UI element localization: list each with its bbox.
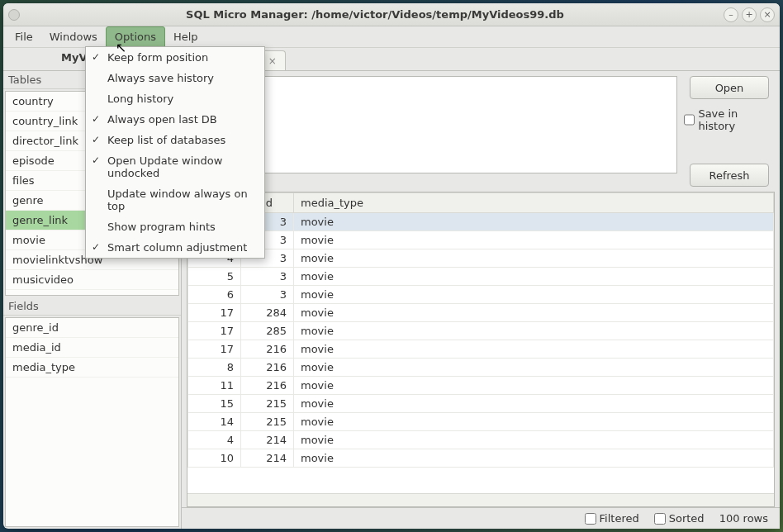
cell-media-id[interactable]: 214 bbox=[241, 431, 294, 449]
cell-media-id[interactable]: 3 bbox=[241, 268, 294, 286]
menu-help[interactable]: Help bbox=[165, 26, 206, 47]
option-always-open-last-db[interactable]: ✓Always open last DB bbox=[86, 109, 264, 130]
cell-genre-id[interactable]: 11 bbox=[188, 377, 241, 395]
option-label: Show program hints bbox=[107, 221, 216, 233]
option-label: Update window always on top bbox=[107, 188, 248, 212]
option-always-save-history[interactable]: Always save history bbox=[86, 68, 264, 88]
option-update-window-always-on-top[interactable]: Update window always on top bbox=[86, 183, 264, 216]
table-row[interactable]: 8216movie bbox=[188, 359, 774, 377]
minimize-button[interactable]: – bbox=[724, 7, 738, 22]
cell-media-type[interactable]: movie bbox=[294, 359, 774, 377]
filtered-input[interactable] bbox=[585, 513, 596, 525]
option-long-history[interactable]: Long history bbox=[86, 88, 264, 109]
table-row[interactable]: 15215movie bbox=[188, 395, 774, 413]
cell-media-type[interactable]: movie bbox=[294, 340, 774, 359]
option-show-program-hints[interactable]: Show program hints bbox=[86, 216, 264, 237]
field-item-media-id[interactable]: media_id bbox=[6, 338, 178, 358]
field-item-genre-id[interactable]: genre_id bbox=[6, 318, 178, 338]
check-icon: ✓ bbox=[92, 154, 100, 166]
cell-media-type[interactable]: movie bbox=[294, 304, 774, 322]
cell-media-id[interactable]: 216 bbox=[241, 340, 294, 359]
window-title: SQL Micro Manager: /home/victor/Videos/t… bbox=[26, 8, 724, 21]
menu-windows[interactable]: Windows bbox=[41, 26, 106, 47]
cell-media-type[interactable]: movie bbox=[294, 231, 774, 249]
fields-list[interactable]: genre_idmedia_idmedia_type bbox=[5, 317, 179, 527]
cell-media-id[interactable]: 216 bbox=[241, 359, 294, 377]
option-smart-column-adjustment[interactable]: ✓Smart column adjustment bbox=[86, 237, 264, 258]
close-button[interactable]: × bbox=[760, 7, 775, 22]
option-keep-list-of-databases[interactable]: ✓Keep list of databases bbox=[86, 130, 264, 150]
table-row[interactable]: 33movie bbox=[188, 231, 774, 249]
cell-media-id[interactable]: 214 bbox=[241, 449, 294, 468]
table-row[interactable]: 14215movie bbox=[188, 413, 774, 431]
row-count: 100 rows bbox=[719, 512, 768, 525]
cell-media-type[interactable]: movie bbox=[294, 413, 774, 431]
table-row[interactable]: 3movie bbox=[188, 213, 774, 231]
table-row[interactable]: 17216movie bbox=[188, 340, 774, 359]
refresh-button[interactable]: Refresh bbox=[690, 164, 769, 187]
statusbar: Filtered Sorted 100 rows bbox=[182, 507, 780, 529]
cell-genre-id[interactable]: 14 bbox=[188, 413, 241, 431]
menu-options[interactable]: Options bbox=[106, 26, 165, 47]
cell-media-type[interactable]: movie bbox=[294, 449, 774, 468]
cell-media-type[interactable]: movie bbox=[294, 268, 774, 286]
cell-genre-id[interactable]: 10 bbox=[188, 449, 241, 468]
sorted-checkbox[interactable]: Sorted bbox=[654, 512, 705, 525]
cell-media-id[interactable]: 215 bbox=[241, 413, 294, 431]
cell-media-type[interactable]: movie bbox=[294, 286, 774, 304]
horizontal-scrollbar[interactable] bbox=[187, 493, 774, 506]
cell-media-id[interactable]: 216 bbox=[241, 377, 294, 395]
col-media-type[interactable]: media_type bbox=[294, 193, 774, 213]
cell-genre-id[interactable]: 17 bbox=[188, 304, 241, 322]
table-row[interactable]: 43movie bbox=[188, 249, 774, 268]
maximize-button[interactable]: + bbox=[742, 7, 757, 22]
save-history-checkbox[interactable]: Save in history bbox=[684, 107, 775, 132]
cell-media-type[interactable]: movie bbox=[294, 377, 774, 395]
table-row[interactable]: 10214movie bbox=[188, 449, 774, 468]
cell-media-id[interactable]: 285 bbox=[241, 322, 294, 340]
options-dropdown: ✓Keep form positionAlways save historyLo… bbox=[85, 46, 265, 259]
option-label: Always save history bbox=[107, 72, 214, 84]
results-grid-wrap: ia_id media_type 3movie33movie43movie53m… bbox=[187, 192, 775, 507]
window-menu-dot[interactable] bbox=[8, 9, 20, 21]
option-label: Long history bbox=[107, 93, 173, 105]
open-button[interactable]: Open bbox=[690, 76, 769, 99]
save-history-input[interactable] bbox=[684, 114, 695, 126]
side-buttons: Open Save in history Refresh bbox=[684, 76, 775, 187]
cell-genre-id[interactable]: 17 bbox=[188, 322, 241, 340]
cell-media-type[interactable]: movie bbox=[294, 213, 774, 231]
results-grid[interactable]: ia_id media_type 3movie33movie43movie53m… bbox=[187, 192, 774, 493]
table-row[interactable]: 4214movie bbox=[188, 431, 774, 449]
cell-media-type[interactable]: movie bbox=[294, 395, 774, 413]
option-label: Keep list of databases bbox=[107, 134, 225, 146]
option-label: Open Update window undocked bbox=[107, 154, 222, 179]
tab-close-icon[interactable]: × bbox=[268, 55, 277, 67]
cell-genre-id[interactable]: 4 bbox=[188, 431, 241, 449]
check-icon: ✓ bbox=[92, 113, 100, 125]
sorted-input[interactable] bbox=[654, 513, 666, 525]
field-item-media-type[interactable]: media_type bbox=[6, 358, 178, 378]
cell-media-type[interactable]: movie bbox=[294, 249, 774, 268]
table-row[interactable]: 17285movie bbox=[188, 322, 774, 340]
cell-media-type[interactable]: movie bbox=[294, 431, 774, 449]
option-keep-form-position[interactable]: ✓Keep form position bbox=[86, 47, 264, 68]
table-item-musicvideo[interactable]: musicvideo bbox=[6, 270, 178, 290]
table-row[interactable]: 11216movie bbox=[188, 377, 774, 395]
menu-file[interactable]: File bbox=[7, 26, 41, 47]
cell-media-id[interactable]: 3 bbox=[241, 286, 294, 304]
cell-genre-id[interactable]: 15 bbox=[188, 395, 241, 413]
option-open-update-window-undocked[interactable]: ✓Open Update window undocked bbox=[86, 150, 264, 183]
option-label: Always open last DB bbox=[107, 113, 217, 126]
filtered-checkbox[interactable]: Filtered bbox=[585, 512, 639, 525]
cell-genre-id[interactable]: 6 bbox=[188, 286, 241, 304]
cell-genre-id[interactable]: 8 bbox=[188, 359, 241, 377]
cell-media-type[interactable]: movie bbox=[294, 322, 774, 340]
table-row[interactable]: 53movie bbox=[188, 268, 774, 286]
cell-genre-id[interactable]: 5 bbox=[188, 268, 241, 286]
table-row[interactable]: 17284movie bbox=[188, 304, 774, 322]
cell-media-id[interactable]: 215 bbox=[241, 395, 294, 413]
cell-media-id[interactable]: 284 bbox=[241, 304, 294, 322]
titlebar: SQL Micro Manager: /home/victor/Videos/t… bbox=[3, 3, 780, 26]
table-row[interactable]: 63movie bbox=[188, 286, 774, 304]
cell-genre-id[interactable]: 17 bbox=[188, 340, 241, 359]
